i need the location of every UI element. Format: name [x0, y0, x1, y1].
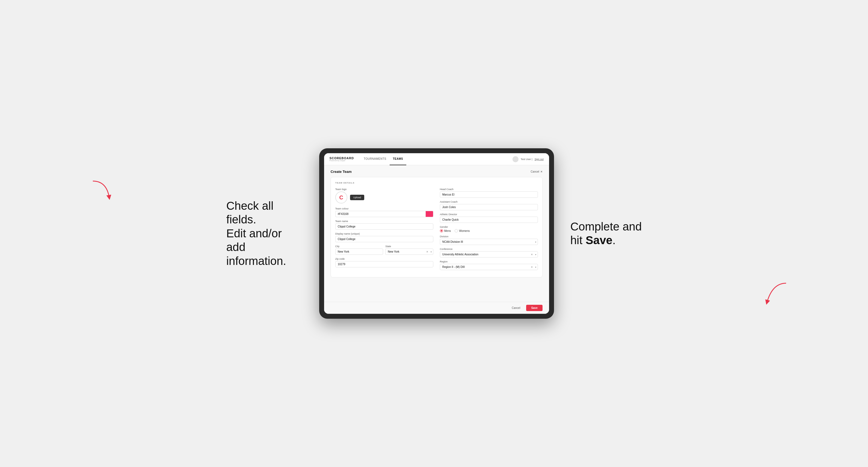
region-label: Region [440, 260, 538, 263]
nav-teams[interactable]: TEAMS [390, 153, 407, 165]
athletic-dir-input[interactable] [440, 217, 538, 223]
color-swatch[interactable] [426, 211, 433, 217]
logo-text: SCOREBOARD [330, 157, 354, 160]
zip-label: Zip code [335, 257, 433, 260]
division-label: Division [440, 235, 538, 238]
right-annotation: Complete and hit Save. [570, 220, 642, 247]
gender-label: Gender [440, 225, 538, 228]
city-state-group: City State New York [335, 245, 433, 255]
zip-group: Zip code [335, 257, 433, 268]
gender-mens-option[interactable]: Mens [440, 229, 451, 232]
main-content: Create Team Cancel ✕ TEAM DETAILS Team [324, 165, 549, 302]
gender-womens-option[interactable]: Womens [455, 229, 470, 232]
gender-group: Gender Mens Womens [440, 225, 538, 232]
display-name-input[interactable] [335, 236, 433, 242]
head-coach-input[interactable] [440, 191, 538, 198]
conference-group: Conference University Athletic Associati… [440, 248, 538, 257]
region-select-wrap: Region II - (M) DIII ✕ ▾ [440, 264, 538, 270]
form-left: Team logo C Upload Team colour [335, 188, 433, 273]
city-field-wrap: City [335, 245, 383, 255]
athletic-dir-group: Athletic Director [440, 213, 538, 223]
tablet-frame: SCOREBOARD Powered by clippd TOURNAMENTS… [319, 148, 554, 319]
gender-row: Mens Womens [440, 229, 538, 232]
left-annotation: Check all fields. Edit and/or add inform… [226, 199, 303, 268]
navbar: SCOREBOARD Powered by clippd TOURNAMENTS… [324, 153, 549, 165]
division-select[interactable]: NCAA Division III [440, 239, 538, 245]
gender-mens-label: Mens [444, 229, 451, 232]
sign-out-link[interactable]: Sign out [535, 158, 544, 161]
city-state-row: City State New York [335, 245, 433, 255]
annotation-line3: information. [226, 254, 286, 268]
conference-select[interactable]: University Athletic Association [440, 251, 538, 257]
nav-right: Test User | Sign out [513, 156, 544, 162]
nav-tournaments[interactable]: TOURNAMENTS [361, 153, 390, 165]
nav-links: TOURNAMENTS TEAMS [361, 153, 406, 165]
form-footer: Cancel Save [324, 302, 549, 314]
form-right: Head Coach Assistant Coach Athletic Dire… [440, 188, 538, 273]
team-colour-input[interactable] [335, 211, 426, 217]
right-arrow-icon [764, 280, 789, 305]
form-grid: Team logo C Upload Team colour [335, 188, 538, 273]
conference-clear-icon[interactable]: ✕ [531, 253, 533, 256]
team-logo-group: Team logo C Upload [335, 188, 433, 204]
city-label: City [335, 245, 383, 248]
team-colour-label: Team colour [335, 207, 433, 210]
left-arrow-icon [90, 178, 112, 200]
page-title: Create Team [331, 169, 352, 174]
logo-sub: Powered by clippd [330, 160, 354, 161]
athletic-dir-label: Athletic Director [440, 213, 538, 216]
cancel-button[interactable]: Cancel [508, 305, 523, 311]
gender-womens-radio[interactable] [455, 229, 458, 232]
annotation-line1: Check all fields. [226, 199, 274, 226]
form-card: TEAM DETAILS Team logo C Upload [331, 177, 542, 277]
annotation-right-line1: Complete and [570, 220, 642, 233]
state-label: State [385, 245, 433, 248]
logo-circle: C [335, 191, 347, 204]
region-select[interactable]: Region II - (M) DIII [440, 264, 538, 270]
division-select-wrap: NCAA Division III ▾ [440, 239, 538, 245]
region-clear-icon[interactable]: ✕ [531, 266, 533, 269]
zip-input[interactable] [335, 261, 433, 268]
upload-button[interactable]: Upload [350, 195, 365, 200]
logo-upload-area: C Upload [335, 191, 433, 204]
section-label: TEAM DETAILS [335, 182, 538, 184]
region-group: Region Region II - (M) DIII ✕ ▾ [440, 260, 538, 270]
team-name-group: Team name [335, 220, 433, 230]
user-info: Test User | [521, 158, 532, 161]
color-field-wrap [335, 211, 433, 217]
team-colour-group: Team colour [335, 207, 433, 217]
gender-mens-radio[interactable] [440, 229, 443, 232]
user-avatar [513, 156, 519, 162]
display-name-group: Display name (unique) [335, 232, 433, 242]
asst-coach-label: Assistant Coach [440, 200, 538, 203]
asst-coach-group: Assistant Coach [440, 200, 538, 210]
tablet-screen: SCOREBOARD Powered by clippd TOURNAMENTS… [324, 153, 549, 314]
conference-label: Conference [440, 248, 538, 250]
page-title-bar: Create Team Cancel ✕ [331, 169, 542, 174]
logo-area: SCOREBOARD Powered by clippd [330, 157, 354, 161]
conference-arrow-icon: ▾ [535, 253, 536, 256]
head-coach-label: Head Coach [440, 188, 538, 191]
head-coach-group: Head Coach [440, 188, 538, 198]
team-logo-label: Team logo [335, 188, 433, 191]
state-select-wrap: New York ✕ ▾ [385, 249, 433, 255]
team-name-label: Team name [335, 220, 433, 223]
save-button[interactable]: Save [526, 305, 542, 311]
asst-coach-input[interactable] [440, 204, 538, 210]
city-input[interactable] [335, 249, 383, 255]
team-name-input[interactable] [335, 223, 433, 230]
region-arrow-icon: ▾ [535, 266, 536, 268]
state-field-wrap: State New York ✕ ▾ [385, 245, 433, 255]
conference-select-wrap: University Athletic Association ✕ ▾ [440, 251, 538, 257]
cancel-top-button[interactable]: Cancel ✕ [531, 170, 542, 173]
annotation-right-line2: hit Save. [570, 234, 616, 247]
display-name-label: Display name (unique) [335, 232, 433, 235]
gender-womens-label: Womens [459, 229, 470, 232]
division-group: Division NCAA Division III ▾ [440, 235, 538, 245]
division-arrow-icon: ▾ [535, 241, 536, 243]
annotation-line2: Edit and/or add [226, 227, 282, 253]
state-clear-icon[interactable]: ✕ [426, 250, 428, 253]
